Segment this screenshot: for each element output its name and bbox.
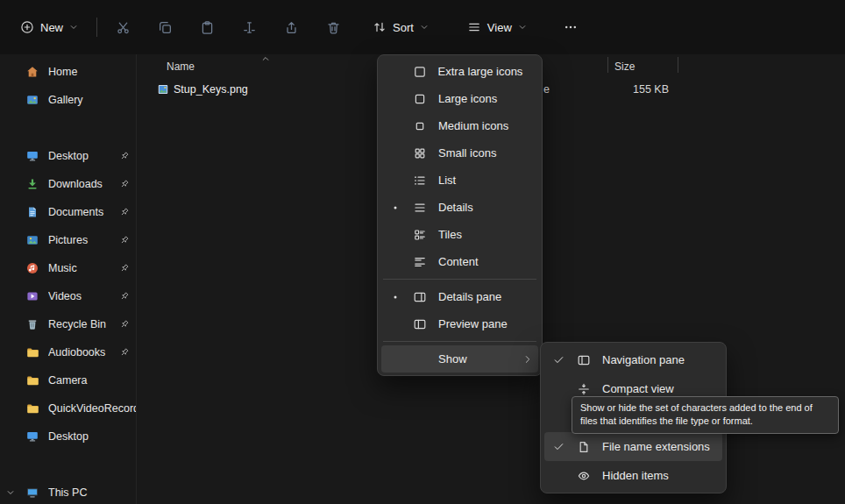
menu-item-label: Compact view bbox=[602, 382, 717, 395]
view-menu-item[interactable]: Large icons bbox=[381, 85, 538, 112]
gallery-icon bbox=[25, 93, 39, 107]
file-name: Stup_Keys.png bbox=[174, 83, 248, 96]
sidebar-item[interactable]: Audiobooks bbox=[0, 338, 136, 366]
md-icons-icon bbox=[413, 119, 427, 133]
monitor-icon bbox=[25, 429, 39, 444]
command-bar: New bbox=[0, 0, 845, 54]
column-divider[interactable] bbox=[607, 57, 608, 73]
sidebar-item[interactable]: Desktop bbox=[0, 142, 136, 170]
pin-icon bbox=[119, 319, 130, 330]
sidebar-item[interactable]: Desktop bbox=[0, 422, 136, 451]
details-view-icon bbox=[413, 201, 427, 215]
downloads-icon bbox=[25, 177, 39, 191]
sidebar-item-label: This PC bbox=[48, 486, 136, 499]
file-extension-icon bbox=[577, 440, 591, 454]
file-size: 155 KB bbox=[609, 83, 669, 96]
menu-item-label: Content bbox=[438, 255, 522, 268]
view-menu-item[interactable]: Details pane bbox=[381, 283, 538, 310]
list-view-icon bbox=[413, 174, 427, 188]
folder-icon bbox=[25, 345, 39, 359]
image-file-icon bbox=[156, 82, 170, 96]
sort-ascending-icon bbox=[261, 54, 270, 63]
sort-icon bbox=[373, 20, 387, 34]
cut-icon bbox=[116, 20, 131, 35]
plus-circle-icon bbox=[20, 20, 34, 34]
sidebar-item[interactable]: Videos bbox=[0, 282, 136, 310]
menu-item-label: Preview pane bbox=[438, 317, 522, 330]
sidebar-item[interactable]: Camera bbox=[0, 366, 136, 394]
new-button[interactable]: New bbox=[11, 13, 88, 41]
details-pane-icon bbox=[413, 290, 427, 304]
delete-button[interactable] bbox=[316, 11, 351, 43]
pin-icon bbox=[119, 207, 130, 217]
sidebar-item-label: Camera bbox=[48, 374, 136, 387]
column-header-name[interactable]: Name bbox=[167, 60, 195, 73]
cut-button[interactable] bbox=[106, 11, 140, 43]
submenu-item[interactable]: File name extensions bbox=[544, 432, 722, 461]
sidebar-item[interactable]: Music bbox=[0, 254, 136, 282]
copy-icon bbox=[158, 20, 173, 35]
folder-icon bbox=[25, 373, 39, 387]
file-type-partial: e bbox=[543, 83, 550, 96]
hidden-items-icon bbox=[577, 469, 591, 483]
paste-button[interactable] bbox=[190, 11, 224, 43]
checkmark-icon bbox=[553, 441, 565, 452]
view-menu-item[interactable]: List bbox=[381, 167, 538, 194]
paste-icon bbox=[200, 20, 215, 35]
menu-item-label: List bbox=[438, 174, 522, 187]
view-menu-item[interactable]: Small icons bbox=[381, 139, 538, 167]
sidebar-item-label: Gallery bbox=[48, 94, 136, 106]
share-icon bbox=[284, 20, 299, 35]
view-dropdown-menu: Extra large icons Large icons Medium ico… bbox=[377, 54, 543, 376]
sort-button[interactable]: Sort bbox=[363, 13, 438, 41]
sidebar-item[interactable]: QuickVideoRecorde bbox=[0, 394, 136, 422]
view-menu-item[interactable]: Details bbox=[381, 194, 538, 221]
sidebar-item[interactable]: This PC bbox=[0, 479, 136, 504]
tooltip: Show or hide the set of characters added… bbox=[572, 396, 839, 434]
column-divider[interactable] bbox=[678, 57, 678, 73]
submenu-item[interactable]: Navigation pane bbox=[544, 345, 722, 374]
pin-icon bbox=[119, 235, 130, 245]
sidebar-item[interactable]: Gallery bbox=[0, 86, 136, 114]
sidebar-item[interactable]: Documents bbox=[0, 198, 136, 226]
share-button[interactable] bbox=[274, 11, 309, 43]
submenu-item[interactable]: Hidden items bbox=[544, 461, 722, 490]
file-explorer-window: New bbox=[0, 0, 845, 504]
view-icon bbox=[467, 20, 481, 34]
sidebar-item[interactable]: Home bbox=[0, 58, 136, 86]
copy-button[interactable] bbox=[148, 11, 182, 43]
rename-button[interactable] bbox=[232, 11, 266, 43]
view-menu-item[interactable]: Preview pane bbox=[381, 310, 538, 337]
checkmark-icon bbox=[553, 354, 565, 366]
content-view-icon bbox=[413, 255, 427, 269]
this-pc-icon bbox=[25, 486, 39, 500]
pictures-icon bbox=[25, 233, 39, 247]
view-menu-item[interactable]: Show bbox=[381, 345, 538, 373]
sidebar-item[interactable]: Pictures bbox=[0, 226, 136, 254]
rename-icon bbox=[242, 20, 257, 35]
sidebar-item[interactable]: Recycle Bin bbox=[0, 310, 136, 338]
music-icon bbox=[25, 261, 39, 275]
documents-icon bbox=[25, 205, 39, 219]
pin-icon bbox=[119, 263, 130, 273]
view-menu-item[interactable]: Medium icons bbox=[381, 112, 538, 139]
view-button-label: View bbox=[487, 21, 512, 34]
lg-icons-icon bbox=[413, 92, 427, 106]
chevron-down-icon bbox=[420, 23, 429, 32]
view-menu-item[interactable]: Tiles bbox=[381, 221, 538, 248]
menu-item-label: Extra large icons bbox=[438, 65, 523, 78]
view-menu-item[interactable]: Content bbox=[381, 248, 538, 275]
sidebar-item[interactable]: Downloads bbox=[0, 170, 136, 198]
toolbar-actions bbox=[106, 11, 351, 43]
navigation-pane-icon bbox=[577, 353, 591, 367]
view-menu-item[interactable]: Extra large icons bbox=[381, 58, 538, 85]
more-options-button[interactable] bbox=[554, 11, 588, 43]
expand-chevron-down-icon[interactable] bbox=[6, 488, 15, 497]
column-header-size[interactable]: Size bbox=[614, 60, 635, 73]
home-icon bbox=[25, 65, 39, 79]
menu-item-label: Medium icons bbox=[438, 119, 522, 132]
chevron-right-icon bbox=[522, 354, 533, 365]
pin-icon bbox=[119, 179, 130, 189]
view-button[interactable]: View bbox=[458, 13, 536, 41]
selected-dot-icon bbox=[392, 294, 399, 301]
